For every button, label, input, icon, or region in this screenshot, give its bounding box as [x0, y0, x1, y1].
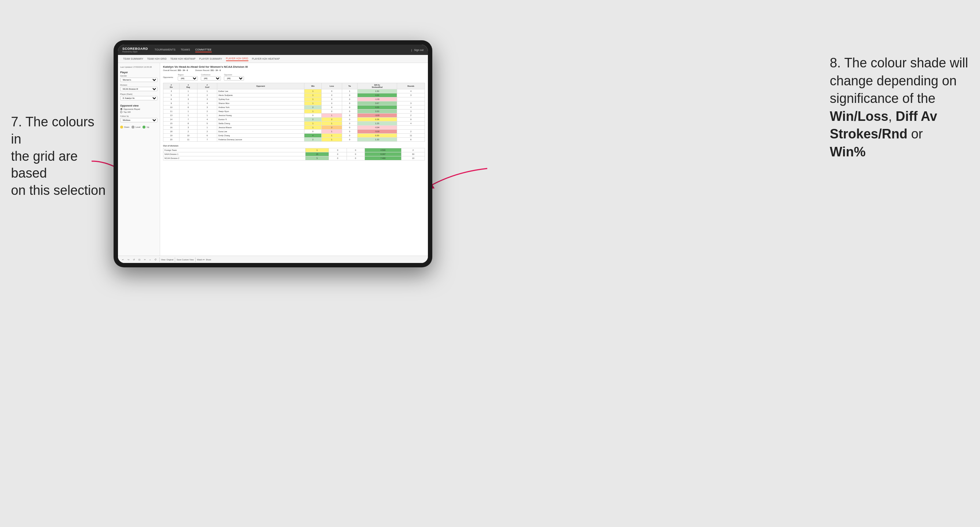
radio-top-100[interactable]: Top 100 — [120, 111, 158, 113]
table-row: 3 1 1 Esther Lee 1 0 1 1.50 4 — [163, 89, 425, 94]
sub-nav-player-h2h-grid[interactable]: PLAYER H2H GRID — [226, 56, 248, 61]
toolbar-watch[interactable]: Watch ▾ — [197, 259, 204, 261]
legend-level-dot — [132, 125, 134, 129]
ood-cell-loss: 0 — [329, 148, 347, 152]
cell-opponent: Emily Chang — [217, 134, 304, 138]
nav-items: TOURNAMENTS TEAMS COMMITTEE — [154, 48, 411, 52]
bottom-toolbar: ↩ ↪ ↺ ⊡ ✂ + ⏱ View: Original Save Custom… — [118, 256, 428, 263]
cell-div: 13 — [163, 114, 180, 117]
top-navigation: SCOREBOARD Powered by clippd TOURNAMENTS… — [118, 45, 428, 55]
cell-tie: 0 — [342, 94, 357, 97]
ood-cell-rounds: 2 — [401, 148, 425, 152]
division-select[interactable]: NCAA Division III — [120, 87, 158, 91]
gender-select[interactable]: Women's — [120, 78, 158, 82]
toolbar-divider-2 — [175, 257, 175, 262]
cell-conf: 3 — [197, 105, 217, 110]
cell-div: 20 — [163, 138, 180, 142]
table-row: 5 2 2 Alexis Sudjianto 1 0 0 4.00 3 — [163, 94, 425, 97]
opponent-filter-select[interactable]: (All) — [224, 76, 244, 81]
cell-win: 0 — [304, 114, 322, 117]
toolbar-view-original[interactable]: View: Original — [161, 259, 173, 261]
cell-div: 15 — [163, 122, 180, 125]
th-tie: Tie — [342, 83, 357, 89]
cell-tie: 0 — [342, 117, 357, 122]
table-row: 19 10 6 Emily Chang 4 1 0 0.30 11 — [163, 134, 425, 138]
sub-nav-player-summary[interactable]: PLAYER SUMMARY — [199, 57, 223, 61]
cell-diff: 1.33 — [357, 138, 397, 142]
nav-committee[interactable]: COMMITTEE — [195, 48, 212, 52]
ood-cell-rounds: 10 — [401, 156, 425, 160]
cell-div: 18 — [163, 130, 180, 134]
cell-rounds: 2 — [397, 114, 425, 117]
toolbar-cut[interactable]: ✂ — [143, 258, 147, 261]
toolbar-grid-icon[interactable]: ⊡ — [137, 258, 142, 261]
toolbar-refresh[interactable]: ↺ — [132, 258, 136, 261]
sub-nav-team-summary[interactable]: TEAM SUMMARY — [123, 57, 143, 61]
cell-opponent: Federica Domecq Lacroze — [217, 138, 304, 142]
division-label: Division — [120, 84, 158, 86]
cell-tie: 0 — [342, 130, 357, 134]
conference-filter-select[interactable]: (All) — [201, 76, 221, 81]
sub-nav-team-h2h-heatmap[interactable]: TEAM H2H HEATMAP — [170, 57, 196, 61]
cell-tie: 0 — [342, 125, 357, 130]
cell-rounds: 9 — [397, 117, 425, 122]
nav-teams[interactable]: TEAMS — [181, 48, 190, 52]
cell-rounds: 4 — [397, 122, 425, 125]
nav-tournaments[interactable]: TOURNAMENTS — [154, 48, 175, 52]
opponent-filter-label: Opponent — [224, 74, 244, 76]
radio-opponents-played[interactable]: Opponents Played — [120, 108, 158, 110]
out-of-division-label: Out of division — [163, 144, 425, 147]
cell-div: 11 — [163, 110, 180, 114]
ood-cell-loss: 0 — [329, 152, 347, 156]
timestamp: Last Updated: 27/03/2024 16:55:38 — [120, 66, 158, 69]
player-rank-select[interactable]: 8. Katelyn Vo — [120, 96, 158, 100]
cell-loss: 0 — [322, 110, 342, 114]
cell-opponent: Alexis Sudjianto — [217, 94, 304, 97]
cell-opponent: Eunice Yi — [217, 117, 304, 122]
cell-conf: 5 — [197, 122, 217, 125]
cell-conf: 4 — [197, 117, 217, 122]
cell-win: 2 — [304, 138, 322, 142]
sub-nav-team-h2h-grid[interactable]: TEAM H2H GRID — [147, 57, 167, 61]
colour-by-select[interactable]: Win/loss — [120, 118, 158, 122]
cell-tie: 0 — [342, 114, 357, 117]
cell-reg: 2 — [179, 130, 197, 134]
cell-reg: 10 — [179, 134, 197, 138]
region-filter-select[interactable]: (All) — [178, 76, 198, 81]
toolbar-save-custom-view[interactable]: Save Custom View — [177, 259, 193, 261]
sign-out-link[interactable]: Sign out — [414, 49, 423, 51]
toolbar-undo[interactable]: ↩ — [121, 258, 125, 261]
conference-filter-group: Conference (All) — [201, 74, 221, 81]
cell-tie: 0 — [342, 134, 357, 138]
cell-reg: 1 — [179, 102, 197, 105]
cell-rounds: 3 — [397, 110, 425, 114]
toolbar-redo1[interactable]: ↪ — [126, 258, 130, 261]
ood-cell-diff: 7.400 — [364, 156, 401, 160]
cell-diff: 3.33 — [357, 110, 397, 114]
th-opponent: Opponent — [217, 83, 304, 89]
grid-title: Katelyn Vo Head-to-Head Grid for Women's… — [163, 65, 425, 68]
cell-diff: -5.00 — [357, 130, 397, 134]
cell-win: 4 — [304, 134, 322, 138]
th-reg: #Reg — [179, 83, 197, 89]
filter-row: Opponents: Region (All) Conference (All) — [163, 74, 425, 81]
sub-nav-player-h2h-heatmap[interactable]: PLAYER H2H HEATMAP — [252, 57, 280, 61]
ood-cell-diff: 9.267 — [364, 152, 401, 156]
region-filter-label: Region — [178, 74, 198, 76]
ood-cell-tie: 0 — [347, 156, 364, 160]
legend-down-label: Down — [124, 126, 129, 128]
cell-loss: 0 — [322, 94, 342, 97]
arrow-right — [425, 165, 491, 194]
cell-div: 19 — [163, 134, 180, 138]
toolbar-add[interactable]: + — [148, 258, 152, 261]
toolbar-clock[interactable]: ⏱ — [153, 258, 158, 261]
logo-sub: Powered by clippd — [123, 51, 148, 53]
toolbar-share[interactable]: Share — [206, 259, 212, 261]
annotation-right: 8. The colour shade will change dependin… — [830, 54, 969, 161]
cell-rounds: 6 — [397, 138, 425, 142]
cell-conf: 6 — [197, 134, 217, 138]
th-win: Win — [304, 83, 322, 89]
cell-rounds: 3 — [397, 102, 425, 105]
ood-table-row: NCAA Division 2 5 0 0 7.400 10 — [163, 156, 425, 160]
cell-opponent: Esther Lee — [217, 89, 304, 94]
